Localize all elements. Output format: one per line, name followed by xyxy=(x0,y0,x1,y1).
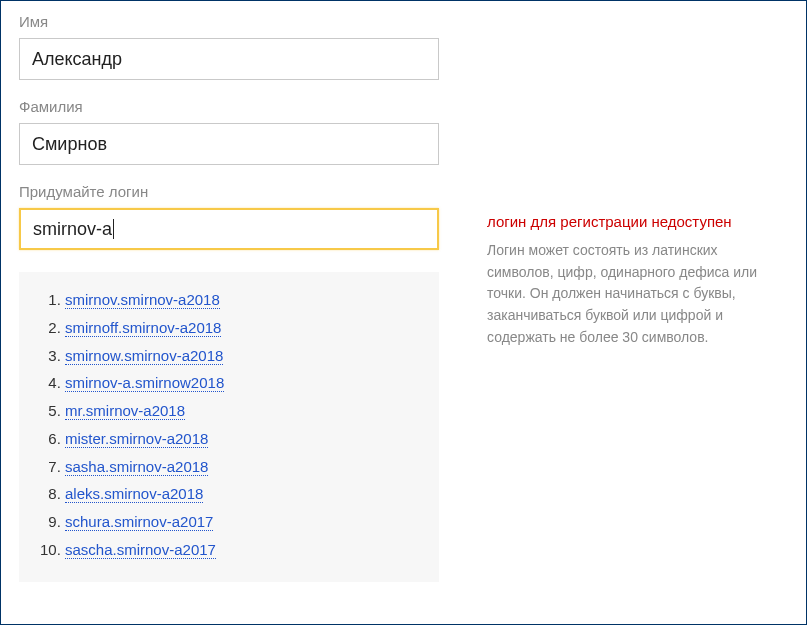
login-right-column: логин для регистрации недоступен Логин м… xyxy=(487,183,788,348)
login-left-column: Придумайте логин smirnov-a smirnov.smirn… xyxy=(19,183,459,582)
first-name-input[interactable]: Александр xyxy=(19,38,439,80)
last-name-value: Смирнов xyxy=(32,134,107,155)
last-name-row: Фамилия Смирнов xyxy=(19,98,788,165)
list-item: sascha.smirnov-a2017 xyxy=(65,536,421,564)
login-value: smirnov-a xyxy=(33,219,112,240)
list-item: sasha.smirnov-a2018 xyxy=(65,453,421,481)
login-suggestion-link[interactable]: mr.smirnov-a2018 xyxy=(65,402,185,420)
login-label: Придумайте логин xyxy=(19,183,459,200)
login-suggestions-list: smirnov.smirnov-a2018 smirnoff.smirnov-a… xyxy=(47,286,421,564)
login-hint-message: Логин может состоять из латинских символ… xyxy=(487,240,788,348)
login-suggestion-link[interactable]: smirnov-a.smirnow2018 xyxy=(65,374,224,392)
login-suggestion-link[interactable]: smirnow.smirnov-a2018 xyxy=(65,347,223,365)
list-item: mr.smirnov-a2018 xyxy=(65,397,421,425)
login-error-message: логин для регистрации недоступен xyxy=(487,213,788,230)
list-item: smirnow.smirnov-a2018 xyxy=(65,342,421,370)
login-suggestion-link[interactable]: smirnoff.smirnov-a2018 xyxy=(65,319,221,337)
login-suggestion-link[interactable]: aleks.smirnov-a2018 xyxy=(65,485,203,503)
text-cursor xyxy=(113,219,114,239)
last-name-input[interactable]: Смирнов xyxy=(19,123,439,165)
registration-form: Имя Александр Фамилия Смирнов Придумайте… xyxy=(0,0,807,625)
first-name-row: Имя Александр xyxy=(19,13,788,80)
list-item: smirnov.smirnov-a2018 xyxy=(65,286,421,314)
first-name-value: Александр xyxy=(32,49,122,70)
login-suggestion-link[interactable]: mister.smirnov-a2018 xyxy=(65,430,208,448)
list-item: aleks.smirnov-a2018 xyxy=(65,480,421,508)
login-suggestion-link[interactable]: sasha.smirnov-a2018 xyxy=(65,458,208,476)
last-name-label: Фамилия xyxy=(19,98,788,115)
login-section: Придумайте логин smirnov-a smirnov.smirn… xyxy=(19,183,788,582)
login-suggestions-box: smirnov.smirnov-a2018 smirnoff.smirnov-a… xyxy=(19,272,439,582)
login-input[interactable]: smirnov-a xyxy=(19,208,439,250)
list-item: mister.smirnov-a2018 xyxy=(65,425,421,453)
list-item: smirnov-a.smirnow2018 xyxy=(65,369,421,397)
first-name-label: Имя xyxy=(19,13,788,30)
login-suggestion-link[interactable]: schura.smirnov-a2017 xyxy=(65,513,213,531)
login-suggestion-link[interactable]: sascha.smirnov-a2017 xyxy=(65,541,216,559)
list-item: smirnoff.smirnov-a2018 xyxy=(65,314,421,342)
login-suggestion-link[interactable]: smirnov.smirnov-a2018 xyxy=(65,291,220,309)
list-item: schura.smirnov-a2017 xyxy=(65,508,421,536)
